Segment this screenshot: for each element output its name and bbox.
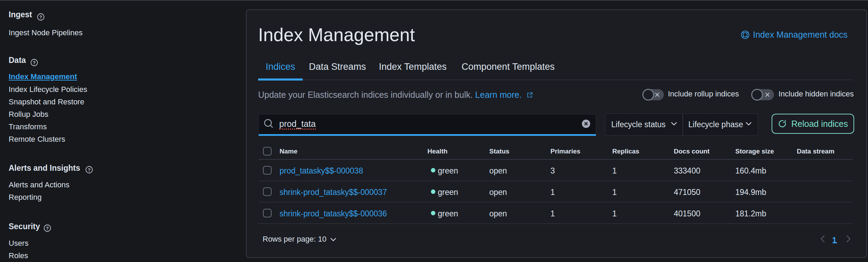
svg-text:?: ? (33, 60, 36, 65)
svg-text:?: ? (46, 226, 49, 231)
svg-text:?: ? (39, 15, 42, 20)
svg-text:?: ? (88, 167, 91, 172)
